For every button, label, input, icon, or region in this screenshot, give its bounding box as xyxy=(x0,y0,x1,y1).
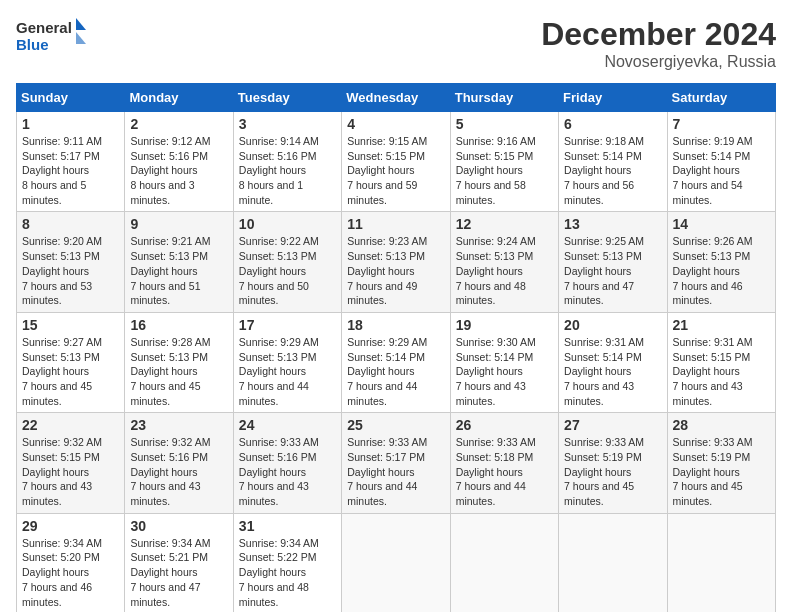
calendar-cell: 19 Sunrise: 9:30 AMSunset: 5:14 PMDaylig… xyxy=(450,312,558,412)
calendar-cell: 10 Sunrise: 9:22 AMSunset: 5:13 PMDaylig… xyxy=(233,212,341,312)
cell-content: Sunrise: 9:12 AMSunset: 5:16 PMDaylight … xyxy=(130,135,210,206)
calendar-cell: 30 Sunrise: 9:34 AMSunset: 5:21 PMDaylig… xyxy=(125,513,233,612)
calendar-cell: 4 Sunrise: 9:15 AMSunset: 5:15 PMDayligh… xyxy=(342,112,450,212)
day-number: 2 xyxy=(130,116,227,132)
calendar-cell xyxy=(667,513,775,612)
cell-content: Sunrise: 9:24 AMSunset: 5:13 PMDaylight … xyxy=(456,235,536,306)
cell-content: Sunrise: 9:14 AMSunset: 5:16 PMDaylight … xyxy=(239,135,319,206)
day-number: 31 xyxy=(239,518,336,534)
calendar-cell: 5 Sunrise: 9:16 AMSunset: 5:15 PMDayligh… xyxy=(450,112,558,212)
day-number: 5 xyxy=(456,116,553,132)
day-number: 8 xyxy=(22,216,119,232)
cell-content: Sunrise: 9:31 AMSunset: 5:15 PMDaylight … xyxy=(673,336,753,407)
calendar-cell: 22 Sunrise: 9:32 AMSunset: 5:15 PMDaylig… xyxy=(17,413,125,513)
header-saturday: Saturday xyxy=(667,84,775,112)
cell-content: Sunrise: 9:15 AMSunset: 5:15 PMDaylight … xyxy=(347,135,427,206)
day-number: 6 xyxy=(564,116,661,132)
day-number: 7 xyxy=(673,116,770,132)
calendar-cell: 12 Sunrise: 9:24 AMSunset: 5:13 PMDaylig… xyxy=(450,212,558,312)
cell-content: Sunrise: 9:20 AMSunset: 5:13 PMDaylight … xyxy=(22,235,102,306)
day-number: 16 xyxy=(130,317,227,333)
header-thursday: Thursday xyxy=(450,84,558,112)
cell-content: Sunrise: 9:29 AMSunset: 5:13 PMDaylight … xyxy=(239,336,319,407)
day-number: 27 xyxy=(564,417,661,433)
calendar-cell: 25 Sunrise: 9:33 AMSunset: 5:17 PMDaylig… xyxy=(342,413,450,513)
day-number: 9 xyxy=(130,216,227,232)
cell-content: Sunrise: 9:34 AMSunset: 5:21 PMDaylight … xyxy=(130,537,210,608)
day-number: 26 xyxy=(456,417,553,433)
cell-content: Sunrise: 9:33 AMSunset: 5:16 PMDaylight … xyxy=(239,436,319,507)
calendar-cell: 17 Sunrise: 9:29 AMSunset: 5:13 PMDaylig… xyxy=(233,312,341,412)
calendar-cell: 21 Sunrise: 9:31 AMSunset: 5:15 PMDaylig… xyxy=(667,312,775,412)
calendar-cell: 28 Sunrise: 9:33 AMSunset: 5:19 PMDaylig… xyxy=(667,413,775,513)
svg-text:General: General xyxy=(16,19,72,36)
calendar-week-row: 29 Sunrise: 9:34 AMSunset: 5:20 PMDaylig… xyxy=(17,513,776,612)
calendar-table: SundayMondayTuesdayWednesdayThursdayFrid… xyxy=(16,83,776,612)
day-number: 13 xyxy=(564,216,661,232)
calendar-week-row: 22 Sunrise: 9:32 AMSunset: 5:15 PMDaylig… xyxy=(17,413,776,513)
svg-marker-3 xyxy=(76,32,86,44)
cell-content: Sunrise: 9:25 AMSunset: 5:13 PMDaylight … xyxy=(564,235,644,306)
calendar-cell: 18 Sunrise: 9:29 AMSunset: 5:14 PMDaylig… xyxy=(342,312,450,412)
calendar-cell: 13 Sunrise: 9:25 AMSunset: 5:13 PMDaylig… xyxy=(559,212,667,312)
day-number: 25 xyxy=(347,417,444,433)
calendar-week-row: 1 Sunrise: 9:11 AMSunset: 5:17 PMDayligh… xyxy=(17,112,776,212)
day-number: 20 xyxy=(564,317,661,333)
logo-svg: General Blue xyxy=(16,16,86,56)
day-number: 1 xyxy=(22,116,119,132)
calendar-cell: 11 Sunrise: 9:23 AMSunset: 5:13 PMDaylig… xyxy=(342,212,450,312)
logo: General Blue xyxy=(16,16,86,56)
day-number: 15 xyxy=(22,317,119,333)
calendar-cell: 14 Sunrise: 9:26 AMSunset: 5:13 PMDaylig… xyxy=(667,212,775,312)
cell-content: Sunrise: 9:33 AMSunset: 5:19 PMDaylight … xyxy=(564,436,644,507)
calendar-cell: 20 Sunrise: 9:31 AMSunset: 5:14 PMDaylig… xyxy=(559,312,667,412)
cell-content: Sunrise: 9:11 AMSunset: 5:17 PMDaylight … xyxy=(22,135,102,206)
cell-content: Sunrise: 9:33 AMSunset: 5:17 PMDaylight … xyxy=(347,436,427,507)
cell-content: Sunrise: 9:21 AMSunset: 5:13 PMDaylight … xyxy=(130,235,210,306)
day-number: 19 xyxy=(456,317,553,333)
cell-content: Sunrise: 9:33 AMSunset: 5:19 PMDaylight … xyxy=(673,436,753,507)
calendar-cell xyxy=(342,513,450,612)
cell-content: Sunrise: 9:34 AMSunset: 5:20 PMDaylight … xyxy=(22,537,102,608)
cell-content: Sunrise: 9:18 AMSunset: 5:14 PMDaylight … xyxy=(564,135,644,206)
day-number: 3 xyxy=(239,116,336,132)
location-subtitle: Novosergiyevka, Russia xyxy=(541,53,776,71)
cell-content: Sunrise: 9:34 AMSunset: 5:22 PMDaylight … xyxy=(239,537,319,608)
calendar-cell: 15 Sunrise: 9:27 AMSunset: 5:13 PMDaylig… xyxy=(17,312,125,412)
calendar-cell: 8 Sunrise: 9:20 AMSunset: 5:13 PMDayligh… xyxy=(17,212,125,312)
day-number: 22 xyxy=(22,417,119,433)
cell-content: Sunrise: 9:27 AMSunset: 5:13 PMDaylight … xyxy=(22,336,102,407)
header-friday: Friday xyxy=(559,84,667,112)
calendar-cell: 27 Sunrise: 9:33 AMSunset: 5:19 PMDaylig… xyxy=(559,413,667,513)
calendar-cell: 9 Sunrise: 9:21 AMSunset: 5:13 PMDayligh… xyxy=(125,212,233,312)
day-number: 10 xyxy=(239,216,336,232)
cell-content: Sunrise: 9:29 AMSunset: 5:14 PMDaylight … xyxy=(347,336,427,407)
cell-content: Sunrise: 9:26 AMSunset: 5:13 PMDaylight … xyxy=(673,235,753,306)
header-sunday: Sunday xyxy=(17,84,125,112)
page-header: General Blue December 2024 Novosergiyevk… xyxy=(16,16,776,71)
day-number: 12 xyxy=(456,216,553,232)
cell-content: Sunrise: 9:33 AMSunset: 5:18 PMDaylight … xyxy=(456,436,536,507)
calendar-week-row: 8 Sunrise: 9:20 AMSunset: 5:13 PMDayligh… xyxy=(17,212,776,312)
calendar-cell: 6 Sunrise: 9:18 AMSunset: 5:14 PMDayligh… xyxy=(559,112,667,212)
cell-content: Sunrise: 9:32 AMSunset: 5:16 PMDaylight … xyxy=(130,436,210,507)
calendar-cell: 23 Sunrise: 9:32 AMSunset: 5:16 PMDaylig… xyxy=(125,413,233,513)
day-number: 30 xyxy=(130,518,227,534)
title-block: December 2024 Novosergiyevka, Russia xyxy=(541,16,776,71)
cell-content: Sunrise: 9:23 AMSunset: 5:13 PMDaylight … xyxy=(347,235,427,306)
calendar-cell xyxy=(450,513,558,612)
day-number: 11 xyxy=(347,216,444,232)
day-number: 29 xyxy=(22,518,119,534)
header-monday: Monday xyxy=(125,84,233,112)
day-number: 18 xyxy=(347,317,444,333)
calendar-header-row: SundayMondayTuesdayWednesdayThursdayFrid… xyxy=(17,84,776,112)
header-wednesday: Wednesday xyxy=(342,84,450,112)
day-number: 23 xyxy=(130,417,227,433)
calendar-cell: 31 Sunrise: 9:34 AMSunset: 5:22 PMDaylig… xyxy=(233,513,341,612)
calendar-cell: 3 Sunrise: 9:14 AMSunset: 5:16 PMDayligh… xyxy=(233,112,341,212)
calendar-cell: 29 Sunrise: 9:34 AMSunset: 5:20 PMDaylig… xyxy=(17,513,125,612)
svg-marker-2 xyxy=(76,18,86,30)
month-title: December 2024 xyxy=(541,16,776,53)
cell-content: Sunrise: 9:16 AMSunset: 5:15 PMDaylight … xyxy=(456,135,536,206)
calendar-cell: 2 Sunrise: 9:12 AMSunset: 5:16 PMDayligh… xyxy=(125,112,233,212)
